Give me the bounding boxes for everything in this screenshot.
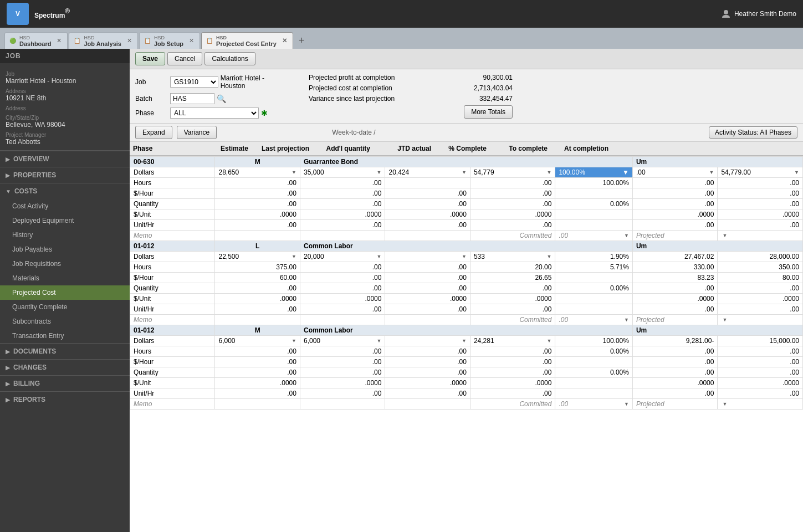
memo-spacer — [385, 315, 470, 325]
row-estimate: .00 — [215, 188, 300, 199]
user-name: Heather Smith Demo — [734, 10, 796, 18]
row-label: $/Unit — [130, 378, 215, 388]
sidebar-item-deployed-equipment[interactable]: Deployed Equipment — [0, 213, 130, 228]
variance-value: 332,454.47 — [441, 95, 513, 103]
row-at-completion: 28,000.00 — [718, 252, 803, 262]
memo-spacer — [300, 315, 385, 325]
form-right: Projected profit at completion 90,300.01… — [309, 74, 513, 119]
content-area: Save Cancel Calculations Job GS1910 Marr… — [130, 49, 803, 532]
projected-dropdown[interactable]: ▼ — [718, 315, 803, 325]
tab-close-job-setup[interactable]: ✕ — [189, 37, 194, 44]
table-row: Unit/Hr .00 .00 .00 .00 .00 .00 — [130, 304, 803, 315]
row-pct: 0.00% — [555, 199, 633, 209]
row-pct — [555, 220, 633, 231]
changes-header[interactable]: ▶ CHANGES — [0, 360, 130, 375]
row-at-completion: .00 — [718, 357, 803, 367]
user-icon — [721, 9, 731, 19]
costs-header[interactable]: ▼ COSTS — [0, 183, 130, 199]
billing-arrow: ▶ — [6, 381, 10, 387]
calculations-button[interactable]: Calculations — [204, 52, 255, 65]
tab-close-projected-cost[interactable]: ✕ — [282, 37, 287, 44]
row-last-proj: .00 — [300, 283, 385, 294]
job-select[interactable]: GS1910 — [170, 76, 218, 88]
phase-type: M — [215, 325, 300, 336]
batch-input[interactable] — [170, 93, 214, 104]
address-label: Address — [6, 88, 124, 94]
tab-projected-cost-entry[interactable]: 📋 HSD Projected Cost Entry ✕ — [201, 32, 293, 49]
job-form-label: Job — [135, 78, 166, 86]
row-at-completion: .0000 — [718, 378, 803, 388]
row-jtd: .00 — [470, 346, 555, 357]
phase-form-label: Phase — [135, 109, 166, 117]
row-pct-selected[interactable]: 100.00%▼ — [555, 167, 633, 178]
variance-button[interactable]: Variance — [177, 126, 217, 139]
row-jtd: 54,779▼ — [470, 167, 555, 178]
row-label: Unit/Hr — [130, 304, 215, 315]
sidebar-item-transaction-entry[interactable]: Transaction Entry — [0, 329, 130, 343]
sidebar-item-projected-cost[interactable]: Projected Cost — [0, 285, 130, 300]
batch-search-icon[interactable]: 🔍 — [217, 94, 226, 103]
expand-button[interactable]: Expand — [135, 126, 172, 139]
projected-dropdown[interactable]: ▼ — [718, 399, 803, 410]
row-at-completion: .0000 — [718, 209, 803, 220]
activity-status-button[interactable]: Activity Status: All Phases — [709, 126, 797, 139]
tab-job-setup[interactable]: 📋 HSD Job Setup ✕ — [139, 32, 200, 49]
tab-close-dashboard[interactable]: ✕ — [57, 37, 62, 44]
sidebar-item-cost-activity[interactable]: Cost Activity — [0, 199, 130, 213]
reports-arrow: ▶ — [6, 397, 10, 403]
row-last-proj: 6,000▼ — [300, 336, 385, 346]
properties-header[interactable]: ▶ PROPERTIES — [0, 167, 130, 183]
row-last-proj: .00 — [300, 220, 385, 231]
sidebar-item-job-payables[interactable]: Job Payables — [0, 242, 130, 257]
memo-row: Memo Committed .00▼ Projected ▼ — [130, 315, 803, 325]
phase-row-01-012-m: 01-012 M Common Labor Um — [130, 325, 803, 336]
table-row: Unit/Hr .00 .00 .00 .00 .00 .00 — [130, 220, 803, 231]
phase-type: M — [215, 157, 300, 167]
row-jtd: .00 — [470, 367, 555, 378]
more-totals-button[interactable]: More Totals — [464, 105, 513, 119]
tab-close-job-analysis[interactable]: ✕ — [127, 37, 132, 44]
memo-spacer — [215, 231, 300, 241]
cancel-button[interactable]: Cancel — [167, 52, 202, 65]
tab-job-analysis[interactable]: 📋 HSD Job Analysis ✕ — [69, 32, 137, 49]
row-estimate: 28,650▼ — [215, 167, 300, 178]
sidebar-job-info: Job Marriott Hotel - Houston Address 109… — [0, 63, 130, 151]
row-jtd: .0000 — [470, 209, 555, 220]
row-last-proj: .00 — [300, 188, 385, 199]
add-tab-button[interactable]: + — [294, 32, 309, 49]
phase-select[interactable]: ALL — [170, 108, 259, 119]
documents-header[interactable]: ▶ DOCUMENTS — [0, 344, 130, 359]
row-estimate: 60.00 — [215, 273, 300, 283]
projected-dropdown[interactable]: ▼ — [718, 231, 803, 241]
sidebar-item-history[interactable]: History — [0, 228, 130, 242]
row-label: Dollars — [130, 252, 215, 262]
top-bar: V Spectrum® Heather Smith Demo — [0, 0, 803, 28]
memo-spacer — [300, 399, 385, 410]
save-button[interactable]: Save — [135, 52, 165, 65]
row-jtd: .00 — [470, 220, 555, 231]
row-addl: .00 — [385, 199, 470, 209]
sidebar-item-materials[interactable]: Materials — [0, 271, 130, 285]
row-estimate: 375.00 — [215, 262, 300, 273]
row-estimate: .00 — [215, 388, 300, 399]
row-pct: 100.00% — [555, 178, 633, 188]
phase-name: Common Labor — [300, 241, 632, 252]
sidebar-item-quantity-complete[interactable]: Quantity Complete — [0, 300, 130, 314]
sidebar-item-job-requisitions[interactable]: Job Requisitions — [0, 257, 130, 271]
phase-um: Um — [632, 157, 802, 167]
sidebar-item-subcontracts[interactable]: Subcontracts — [0, 314, 130, 329]
reports-header[interactable]: ▶ REPORTS — [0, 392, 130, 407]
row-estimate: .00 — [215, 304, 300, 315]
row-at-completion: 15,000.00 — [718, 336, 803, 346]
row-label: $/Hour — [130, 188, 215, 199]
row-jtd: 24,281▼ — [470, 336, 555, 346]
tab-dashboard[interactable]: 🟢 HSD Dashboard ✕ — [4, 32, 68, 49]
row-estimate: .0000 — [215, 378, 300, 388]
billing-header[interactable]: ▶ BILLING — [0, 376, 130, 391]
row-last-proj: .00 — [300, 262, 385, 273]
overview-header[interactable]: ▶ OVERVIEW — [0, 151, 130, 167]
phase-um: Um — [632, 241, 802, 252]
row-jtd: .00 — [470, 188, 555, 199]
row-at-completion: .00 — [718, 220, 803, 231]
documents-arrow: ▶ — [6, 349, 10, 355]
